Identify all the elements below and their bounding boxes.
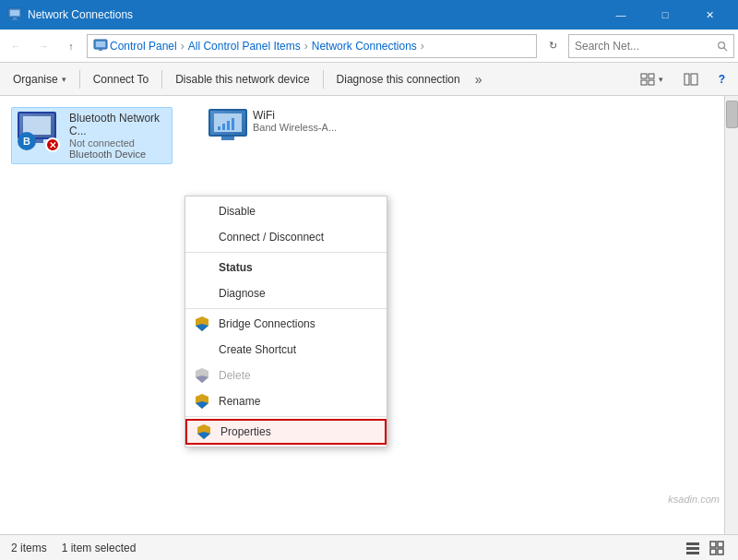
wifi-icon-container: [208, 109, 253, 149]
bluetooth-info: Bluetooth Network C... Not connected Blu…: [69, 112, 166, 160]
window-icon: [7, 7, 22, 22]
wifi-info: WiFi Band Wireless-A...: [253, 109, 337, 133]
svg-rect-12: [649, 80, 654, 85]
svg-rect-13: [684, 74, 689, 85]
toolbar-separator-1: [79, 70, 80, 89]
list-view-button[interactable]: [683, 538, 703, 558]
bluetooth-icon-container: B ✕: [18, 112, 62, 156]
svg-rect-1: [10, 10, 19, 16]
list-view-icon: [685, 541, 700, 555]
item-count: 2 items: [11, 542, 47, 554]
view-options-button[interactable]: ▾: [631, 66, 673, 92]
svg-rect-21: [718, 549, 723, 554]
wifi-network-item[interactable]: WiFi Band Wireless-A...: [203, 105, 364, 153]
refresh-button[interactable]: ↻: [541, 34, 565, 58]
breadcrumb-cp[interactable]: Control Panel: [110, 40, 177, 53]
minimize-button[interactable]: —: [600, 0, 642, 30]
back-button[interactable]: ←: [4, 34, 28, 58]
wifi-bars: [218, 118, 234, 130]
bluetooth-type: Bluetooth Device: [69, 149, 166, 160]
context-menu-diagnose[interactable]: Diagnose: [185, 280, 387, 306]
title-bar-controls: — □ ✕: [600, 0, 731, 30]
icon-view-button[interactable]: [707, 538, 727, 558]
svg-rect-10: [649, 74, 654, 78]
search-icon: [717, 40, 728, 53]
organise-chevron: ▾: [62, 75, 66, 84]
svg-rect-6: [99, 49, 102, 51]
svg-rect-18: [710, 542, 716, 547]
breadcrumb-network[interactable]: Network Connections: [312, 40, 417, 53]
context-menu: Disable Connect / Disconnect Status Diag…: [184, 196, 387, 447]
title-bar: Network Connections — □ ✕: [0, 0, 738, 30]
properties-shield-icon: [195, 423, 213, 441]
watermark: ksadin.com: [668, 494, 720, 505]
context-menu-delete: Delete: [185, 363, 387, 388]
ctx-sep-3: [185, 416, 387, 417]
status-bar: 2 items 1 item selected: [0, 534, 738, 560]
search-bar: [568, 34, 734, 58]
wifi-bar-2: [222, 124, 225, 130]
address-bar: ← → ↑ Control Panel › All Control Panel …: [0, 30, 738, 63]
pane-toggle-button[interactable]: [674, 66, 708, 92]
close-button[interactable]: ✕: [688, 0, 731, 30]
wifi-name: WiFi: [253, 109, 337, 122]
bluetooth-status: Not connected: [69, 137, 166, 149]
disable-network-button[interactable]: Disable this network device: [166, 66, 318, 92]
ctx-sep-1: [185, 252, 387, 253]
context-menu-rename[interactable]: Rename: [185, 388, 387, 414]
svg-rect-17: [686, 552, 699, 554]
bluetooth-network-item[interactable]: B ✕ Bluetooth Network C... Not connected…: [11, 107, 173, 164]
toolbar-separator-3: [323, 70, 324, 89]
svg-rect-19: [718, 542, 723, 547]
connect-to-button[interactable]: Connect To: [84, 66, 159, 92]
bridge-shield-icon: [193, 315, 211, 333]
status-right: [683, 538, 727, 558]
wifi-status: Band Wireless-A...: [253, 122, 337, 133]
more-button[interactable]: »: [471, 66, 486, 92]
up-button[interactable]: ↑: [59, 34, 83, 58]
scrollbar-thumb[interactable]: [726, 101, 738, 128]
toolbar-separator-2: [161, 70, 162, 89]
breadcrumb: Control Panel › All Control Panel Items …: [87, 34, 537, 58]
svg-rect-9: [641, 74, 647, 78]
main-content: B ✕ Bluetooth Network C... Not connected…: [0, 96, 738, 534]
title-bar-left: Network Connections: [7, 7, 133, 22]
toolbar: Organise ▾ Connect To Disable this netwo…: [0, 63, 738, 96]
home-icon: [93, 39, 108, 54]
window-title: Network Connections: [28, 8, 133, 21]
svg-rect-2: [13, 18, 17, 19]
scrollbar-track: [724, 96, 738, 534]
breadcrumb-all[interactable]: All Control Panel Items: [188, 40, 301, 53]
search-input[interactable]: [575, 40, 713, 53]
context-menu-create-shortcut[interactable]: Create Shortcut: [185, 337, 387, 363]
error-badge: ✕: [45, 137, 60, 152]
icon-view-icon: [709, 541, 724, 555]
status-left: 2 items 1 item selected: [11, 542, 136, 554]
view-chevron: ▾: [659, 75, 663, 84]
pane-icon: [684, 72, 698, 87]
content-area: B ✕ Bluetooth Network C... Not connected…: [0, 96, 738, 534]
context-menu-connect-disconnect[interactable]: Connect / Disconnect: [185, 224, 387, 250]
wifi-screen: [214, 113, 242, 132]
svg-point-7: [719, 42, 725, 48]
svg-rect-20: [710, 549, 716, 554]
context-menu-properties[interactable]: Properties: [185, 419, 387, 445]
context-menu-disable[interactable]: Disable: [185, 198, 387, 224]
svg-rect-14: [691, 74, 697, 85]
wifi-bar-4: [232, 118, 234, 130]
organise-button[interactable]: Organise ▾: [4, 66, 76, 92]
wifi-bar-3: [227, 121, 230, 130]
delete-shield-icon: [193, 366, 211, 385]
forward-button[interactable]: →: [31, 34, 55, 58]
bluetooth-name: Bluetooth Network C...: [69, 112, 166, 137]
svg-line-8: [724, 47, 727, 50]
view-icon: [640, 72, 655, 87]
svg-rect-15: [686, 542, 699, 545]
maximize-button[interactable]: □: [644, 0, 686, 30]
help-button[interactable]: ?: [709, 66, 734, 92]
context-menu-bridge[interactable]: Bridge Connections: [185, 311, 387, 337]
diagnose-button[interactable]: Diagnose this connection: [327, 66, 470, 92]
context-menu-status[interactable]: Status: [185, 255, 387, 280]
selection-info: 1 item selected: [62, 542, 137, 554]
wifi-monitor-body: [208, 109, 247, 137]
